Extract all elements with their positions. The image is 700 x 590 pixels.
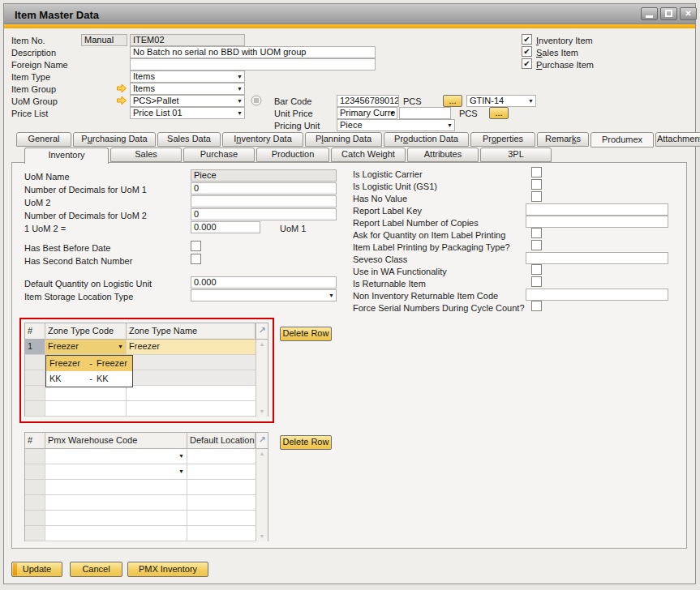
warehouse-table-scrollbar[interactable]: ▲ ▼ xyxy=(256,449,268,541)
scroll-up-icon[interactable]: ▲ xyxy=(256,450,268,458)
uom2-field[interactable] xyxy=(191,195,337,207)
report-label-key-field[interactable] xyxy=(526,203,668,216)
link-arrow-icon[interactable] xyxy=(116,83,127,94)
inventory-item-checkbox[interactable]: ✔ xyxy=(522,34,532,45)
zone-delete-row-button[interactable]: Delete Row xyxy=(280,327,332,341)
uom2-eq-field[interactable]: 0.000 xyxy=(191,221,260,233)
tab-planning-data[interactable]: Planning Data xyxy=(305,132,382,147)
purchase-item-checkbox[interactable]: ✔ xyxy=(522,58,532,69)
update-button[interactable]: Update xyxy=(11,562,62,577)
tab-produmex[interactable]: Produmex xyxy=(590,132,654,148)
uom-name-field[interactable]: Piece xyxy=(191,169,337,182)
bar-code-field[interactable]: 12345678901231 xyxy=(337,95,399,107)
chevron-down-icon[interactable]: ▼ xyxy=(528,98,534,105)
has-bbd-checkbox[interactable] xyxy=(191,241,201,251)
decimals-uom2-field[interactable]: 0 xyxy=(191,208,337,220)
wh-col-num-header: # xyxy=(25,433,45,449)
non-inv-returnable-code-label: Non Inventory Returnable Item Code xyxy=(353,291,498,301)
scroll-down-icon[interactable]: ▼ xyxy=(256,532,268,541)
sales-item-label: Sales Item xyxy=(536,48,578,58)
seveso-class-field[interactable] xyxy=(526,252,668,264)
chevron-down-icon[interactable]: ▼ xyxy=(389,110,395,117)
has-bbd-label: Has Best Before Date xyxy=(24,243,110,253)
storage-type-select[interactable]: ▼ xyxy=(191,289,337,301)
item-type-select[interactable]: Items▼ xyxy=(130,71,245,83)
price-list-select[interactable]: Price List 01▼ xyxy=(130,107,245,119)
subtab-sales[interactable]: Sales xyxy=(110,148,182,162)
produmex-sub-tab-bar: Inventory Sales Purchase Production Catc… xyxy=(24,148,553,164)
uom2-eq-label: 1 UoM 2 = xyxy=(24,224,66,233)
report-label-copies-field[interactable] xyxy=(526,216,668,228)
is-returnable-label: Is Returnable Item xyxy=(353,279,426,289)
decimals-uom1-field[interactable]: 0 xyxy=(191,182,337,195)
chevron-down-icon[interactable]: ▼ xyxy=(447,122,453,129)
use-in-wa-checkbox[interactable] xyxy=(531,264,542,275)
expand-grid-icon[interactable]: ↗ xyxy=(256,433,268,449)
decimals-uom1-label: Number of Decimals for UoM 1 xyxy=(24,185,147,195)
link-arrow-icon[interactable] xyxy=(116,95,127,106)
uom-group-detail-icon[interactable] xyxy=(251,95,262,106)
tab-general[interactable]: General xyxy=(16,132,71,147)
uom-group-select[interactable]: PCS>Pallet▼ xyxy=(130,95,245,107)
is-returnable-checkbox[interactable] xyxy=(531,276,542,287)
tab-sales-data[interactable]: Sales Data xyxy=(157,132,221,147)
unit-price-browse-button[interactable]: ... xyxy=(489,107,509,119)
tab-properties[interactable]: Properties xyxy=(470,132,535,147)
chevron-down-icon[interactable]: ▼ xyxy=(329,293,334,299)
table-row xyxy=(25,526,268,541)
is-logistic-carrier-checkbox[interactable] xyxy=(531,167,542,177)
bar-code-uom-text: PCS xyxy=(403,96,422,106)
uom-group-label: UoM Group xyxy=(11,96,58,106)
subtab-3pl[interactable]: 3PL xyxy=(480,148,552,162)
uom-name-label: UoM Name xyxy=(24,172,70,182)
chevron-down-icon[interactable]: ▼ xyxy=(237,74,243,80)
label-by-packaging-checkbox[interactable] xyxy=(531,240,542,250)
tab-remarks[interactable]: Remarks xyxy=(537,132,589,147)
unit-price-field[interactable] xyxy=(399,107,451,119)
description-field[interactable]: No Batch no serial no BBD with UOM group xyxy=(130,46,376,58)
close-button[interactable]: ✕ xyxy=(680,7,697,20)
pmx-inventory-button[interactable]: PMX Inventory xyxy=(127,562,208,577)
chevron-down-icon[interactable]: ▼ xyxy=(178,453,184,460)
tab-inventory-data[interactable]: Inventory Data xyxy=(222,132,303,147)
force-serial-cycle-count-checkbox[interactable] xyxy=(531,301,542,311)
has-second-batch-checkbox[interactable] xyxy=(191,254,201,264)
minimize-button[interactable] xyxy=(641,7,658,20)
bar-code-type-select[interactable]: GTIN-14▼ xyxy=(466,95,536,107)
chevron-down-icon[interactable]: ▼ xyxy=(237,110,243,117)
unit-price-currency-select[interactable]: Primary Curre▼ xyxy=(337,107,397,119)
default-button-strip xyxy=(13,563,17,575)
maximize-button[interactable] xyxy=(660,7,677,20)
item-master-data-window: Item Master Data ✕ Item No. Manual ITEM0… xyxy=(0,0,700,590)
dropdown-item-freezer[interactable]: Freezer - Freezer xyxy=(46,356,132,371)
title-bar[interactable]: Item Master Data ✕ xyxy=(4,4,695,24)
cancel-button[interactable]: Cancel xyxy=(70,562,122,577)
subtab-production[interactable]: Production xyxy=(256,148,329,162)
foreign-name-field[interactable] xyxy=(130,58,376,71)
tab-attachments[interactable]: Attachments xyxy=(655,132,700,147)
subtab-purchase[interactable]: Purchase xyxy=(183,148,255,162)
warehouse-delete-row-button[interactable]: Delete Row xyxy=(280,435,332,450)
tab-purchasing-data[interactable]: Purchasing Data xyxy=(73,132,156,147)
tab-production-data[interactable]: Production Data xyxy=(384,132,469,147)
item-group-select[interactable]: Items▼ xyxy=(130,83,245,95)
dropdown-item-kk[interactable]: KK - KK xyxy=(46,371,132,387)
subtab-attributes[interactable]: Attributes xyxy=(407,148,479,162)
has-no-value-checkbox[interactable] xyxy=(531,191,542,202)
subtab-catch-weight[interactable]: Catch Weight xyxy=(331,148,406,162)
subtab-inventory[interactable]: Inventory xyxy=(24,148,109,164)
pricing-unit-select[interactable]: Piece▼ xyxy=(337,119,455,131)
default-qty-field[interactable]: 0.000 xyxy=(191,276,337,289)
item-no-field[interactable]: ITEM02 xyxy=(130,34,245,46)
chevron-down-icon[interactable]: ▼ xyxy=(178,468,184,475)
chevron-down-icon[interactable]: ▼ xyxy=(237,98,243,105)
ask-qty-label-printing-checkbox[interactable] xyxy=(531,228,542,238)
warehouse-code-cell[interactable]: ▼ xyxy=(45,449,187,464)
item-no-mode-field[interactable]: Manual xyxy=(81,34,127,46)
non-inv-returnable-code-field[interactable] xyxy=(526,289,668,301)
chevron-down-icon[interactable]: ▼ xyxy=(237,86,243,92)
bar-code-browse-button[interactable]: ... xyxy=(443,95,462,107)
warehouse-code-cell[interactable]: ▼ xyxy=(45,464,187,480)
is-logistic-unit-checkbox[interactable] xyxy=(531,179,542,190)
sales-item-checkbox[interactable]: ✔ xyxy=(522,46,532,57)
